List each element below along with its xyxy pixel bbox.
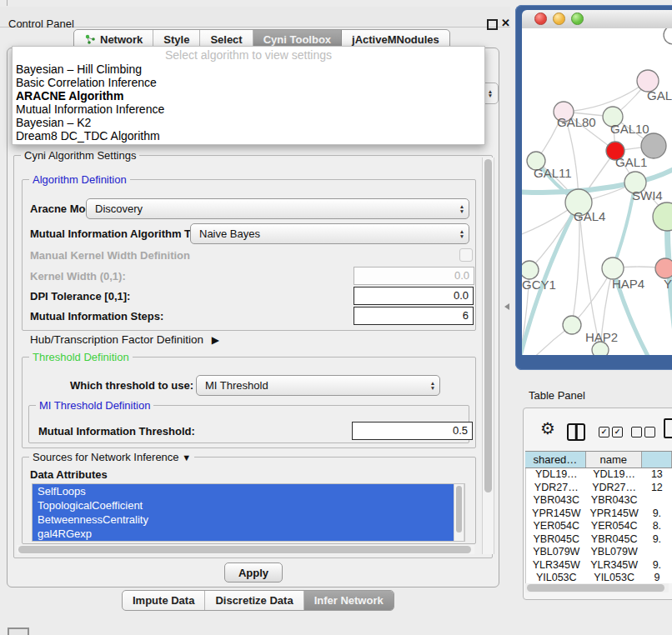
tab-infer-network[interactable]: Infer Network: [304, 591, 394, 610]
deselect-all-icon[interactable]: [631, 427, 655, 438]
apply-button[interactable]: Apply: [224, 562, 283, 582]
mi-threshold-definition-title: MI Threshold Definition: [36, 399, 153, 412]
column-header-clipped[interactable]: [642, 452, 672, 468]
column-header-shared-name[interactable]: shared…: [525, 452, 586, 468]
mi-threshold-field[interactable]: 0.5: [352, 422, 473, 440]
settings-horizontal-scrollbar[interactable]: [17, 545, 474, 554]
attributes-scrollbar-thumb[interactable]: [456, 486, 462, 532]
table-cell: YBR043C: [587, 494, 642, 508]
tab-network-label: Network: [100, 33, 143, 46]
which-threshold-select[interactable]: MI Threshold ▲▼: [196, 375, 440, 396]
select-all-icon[interactable]: ✓ ✓: [599, 427, 623, 438]
algorithm-item[interactable]: Basic Correlation Inference: [16, 76, 481, 89]
network-node-gcy1[interactable]: [522, 261, 539, 279]
table-cell: YDR27…: [587, 482, 642, 495]
network-canvas[interactable]: GALGAL80GAL10GAL1GAL11SWI4GAL4GCY1HAP4YH…: [522, 28, 672, 355]
node-table: shared… name YDL19…YDL19…13YDR27…YDR27…1…: [525, 451, 672, 592]
checked-checkbox-icon: ✓: [612, 427, 623, 438]
network-node-label: Y: [664, 277, 672, 291]
panel-divider-arrow[interactable]: [504, 303, 509, 310]
mi-threshold-label: Mutual Information Threshold:: [38, 425, 195, 438]
which-threshold-label: Which threshold to use:: [70, 379, 193, 392]
algorithm-item-selected[interactable]: ARACNE Algorithm: [16, 89, 481, 102]
tab-jactivemnodules-label: jActiveMNodules: [352, 33, 439, 46]
network-node-gray-node[interactable]: [641, 133, 666, 158]
network-icon: [84, 34, 96, 45]
network-node-hap2[interactable]: [563, 316, 581, 334]
table-row[interactable]: YIL053CYIL053C9: [526, 572, 672, 583]
network-node-label: HAP4: [612, 277, 644, 291]
stepper-arrows-icon: ▲▼: [426, 381, 439, 390]
sources-group-title[interactable]: Sources for Network Inference ▼: [29, 451, 194, 463]
kernel-width-field[interactable]: 0.0: [354, 267, 474, 285]
table-row[interactable]: YER054CYER054C8.: [526, 520, 672, 533]
data-attributes-list: SelfLoops TopologicalCoefficient Between…: [32, 483, 465, 542]
network-node-salmon[interactable]: [655, 258, 672, 278]
attributes-scrollbar[interactable]: [454, 484, 464, 541]
tab-style-label: Style: [163, 33, 189, 46]
table-cell: YIL053C: [587, 572, 642, 583]
table-row[interactable]: YPR145WYPR145W9.: [526, 508, 672, 521]
mi-algorithm-type-value: Naive Bayes: [191, 228, 455, 240]
settings-vertical-thumb[interactable]: [484, 159, 492, 492]
mi-steps-field[interactable]: 6: [354, 307, 474, 325]
table-row[interactable]: YBL079WYBL079W: [526, 546, 672, 559]
algorithm-definition-title: Algorithm Definition: [29, 173, 130, 186]
minimize-traffic-light[interactable]: [553, 12, 565, 25]
network-graph[interactable]: GALGAL80GAL10GAL1GAL11SWI4GAL4GCY1HAP4YH…: [522, 28, 672, 355]
table-row[interactable]: YDL19…YDL19…13: [526, 468, 672, 482]
close-icon[interactable]: ✕: [501, 17, 510, 29]
network-node-label: GAL80: [557, 115, 596, 129]
network-node-small-bottom[interactable]: [592, 342, 609, 355]
tab-impute-data-label: Impute Data: [133, 594, 194, 607]
settings-vertical-scrollbar[interactable]: [482, 158, 494, 554]
attribute-item[interactable]: BetweennessCentrality: [33, 512, 459, 527]
algorithm-dropdown-placeholder: Select algorithm to view settings: [13, 48, 484, 62]
float-window-icon[interactable]: [487, 19, 498, 30]
algorithm-item[interactable]: Bayesian – K2: [16, 116, 481, 129]
table-horizontal-scrollbar[interactable]: [525, 583, 669, 592]
manual-kernel-width-checkbox[interactable]: [459, 248, 473, 262]
algorithm-item[interactable]: Dream8 DC_TDC Algorithm: [16, 129, 481, 142]
table-row[interactable]: YLR345WYLR345W9.: [526, 559, 672, 572]
network-node-big-green[interactable]: [653, 202, 672, 231]
network-node-label: SWI4: [632, 188, 663, 202]
algorithm-item[interactable]: Bayesian – Hill Climbing: [16, 62, 481, 76]
table-cell: YDL19…: [526, 468, 587, 482]
algorithm-item[interactable]: Mutual Information Inference: [16, 102, 481, 116]
network-node-top-circle[interactable]: [664, 28, 672, 44]
tab-impute-data[interactable]: Impute Data: [123, 591, 205, 610]
table-row[interactable]: YDR27…YDR27…12: [526, 482, 672, 495]
network-edge[interactable]: [579, 202, 600, 350]
checked-checkbox-icon: ✓: [599, 427, 609, 438]
close-traffic-light[interactable]: [534, 12, 547, 25]
mi-steps-label: Mutual Information Steps:: [30, 310, 163, 322]
hub-definition-expander[interactable]: Hub/Transcription Factor Definition ▶: [30, 333, 219, 346]
settings-horizontal-thumb[interactable]: [18, 546, 471, 553]
table-cell: 8.: [642, 520, 672, 533]
table-horizontal-thumb[interactable]: [527, 584, 664, 592]
table-row[interactable]: YBR045CYBR045C9.: [526, 533, 672, 547]
tab-discretize-data-label: Discretize Data: [215, 594, 293, 607]
table-cell: YDR27…: [526, 482, 587, 495]
table-panel-title: Table Panel: [529, 389, 585, 402]
tab-discretize-data[interactable]: Discretize Data: [205, 591, 303, 610]
gear-icon[interactable]: ⚙: [540, 420, 555, 437]
zoom-traffic-light[interactable]: [571, 12, 584, 25]
network-node-label: GAL11: [534, 166, 572, 180]
cutoff-corner-icon[interactable]: [8, 628, 29, 635]
column-header-name[interactable]: name: [586, 452, 642, 468]
attribute-item[interactable]: TopologicalCoefficient: [33, 498, 459, 512]
attribute-item[interactable]: gal4RGexp: [33, 527, 459, 541]
aracne-mode-select[interactable]: Discovery ▲▼: [86, 198, 469, 219]
mi-algorithm-type-select[interactable]: Naive Bayes ▲▼: [190, 223, 469, 244]
dpi-tolerance-field[interactable]: 0.0: [354, 287, 474, 305]
unchecked-checkbox-icon: [631, 427, 642, 438]
table-row[interactable]: YBR043CYBR043C: [526, 494, 672, 508]
tab-cyni-toolbox-label: Cyni Toolbox: [263, 33, 331, 46]
document-icon[interactable]: [664, 418, 672, 438]
hub-definition-label: Hub/Transcription Factor Definition: [30, 333, 203, 346]
data-attributes-label: Data Attributes: [30, 468, 108, 481]
attribute-item[interactable]: SelfLoops: [33, 484, 459, 498]
split-view-icon[interactable]: [567, 423, 585, 441]
